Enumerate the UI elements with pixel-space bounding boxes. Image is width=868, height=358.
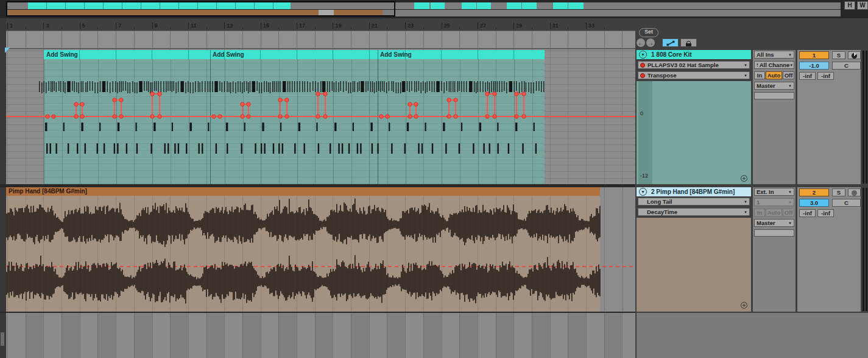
chevron-down-icon: ▼ [788,84,792,88]
track1-solo-button[interactable]: S [832,51,845,59]
track2-input-channel-chooser[interactable]: 1▼ [754,198,794,206]
track2-monitor-auto-button[interactable]: Auto [766,209,782,217]
track2-device-chooser[interactable]: Long Tail ▼ [638,198,750,206]
panel-empty-area [637,313,868,358]
ruler-tick [315,27,316,29]
ruler-tick [206,27,207,29]
track2-pan-field[interactable]: C [832,199,861,207]
track1-name: 1 808 Core Kit [651,51,692,58]
track1-volume-field[interactable]: -1.0 [799,62,829,70]
track2-header[interactable]: ▼ 2 Pimp Hand [84BPM G#min] [637,187,751,196]
device-on-led[interactable] [640,63,645,68]
overview-clip-segment [431,2,445,9]
empty-lane-area[interactable] [6,313,635,358]
track2-clip-body[interactable] [6,196,600,312]
automation-scale-max: 0 [640,110,643,116]
previous-marker-button[interactable]: ← [637,38,645,47]
beat-time-ruler[interactable]: 13579111315171921232527293133 [0,22,635,30]
optimize-width-button[interactable]: W [857,1,868,10]
ruler-bar-number: 31 [550,23,559,29]
chevron-down-icon: ▼ [788,201,792,204]
automation-led[interactable] [640,73,645,78]
track2-panel-body[interactable] [637,218,751,312]
lock-envelopes-button[interactable] [680,38,697,47]
track2-automation-param: DecayTime [647,209,677,215]
ruler-tick [423,27,424,29]
ruler-tick [387,27,387,29]
track2-device-name: Long Tail [647,198,672,205]
ruler-bar-number: 5 [80,23,85,29]
track2-send-a-field[interactable]: -inf [799,209,816,217]
overview-clip-segment [477,2,491,9]
track1-monitor-auto-button[interactable]: Auto [766,71,782,79]
chevron-down-icon: ▼ [789,63,793,67]
track2-send-b-field[interactable]: -inf [817,209,834,217]
track1-pan-field[interactable]: C [832,62,861,70]
ruler-bar-number: 11 [188,23,197,29]
track1-fold-arrow-icon[interactable]: ▼ [639,51,647,59]
next-marker-button[interactable]: → [646,38,655,47]
draw-automation-mode-button[interactable] [662,38,679,47]
add-automation-lane-button[interactable]: + [741,175,747,182]
overview-clip-segment [462,2,476,9]
track1-clip-body[interactable] [44,59,545,184]
track1-input-type-chooser[interactable]: All Ins▼ [754,51,794,59]
track2-meter [866,188,867,311]
track2-solo-button[interactable]: S [832,188,845,196]
track2-monitor-in-button[interactable]: In [754,209,765,217]
back-to-arrangement-set-button[interactable]: Set [639,28,658,37]
track2-output-channel-box[interactable] [754,229,794,237]
track2-clip-header[interactable]: Pimp Hand [84BPM G#min] [6,187,600,196]
track1-monitor-off-button[interactable]: Off [783,71,794,79]
track2-monitor-off-button[interactable]: Off [783,209,794,217]
arrangement-overview[interactable]: H W [0,0,868,18]
chevron-down-icon: ▼ [744,74,747,77]
track1-output-chooser[interactable]: Master▼ [754,82,794,90]
track1-clip-header[interactable]: Add SwingAdd SwingAdd Swing [44,50,545,59]
chevron-down-icon: ▼ [788,190,792,194]
track2-name: 2 Pimp Hand [84BPM G#min] [651,188,735,195]
track1-monitor-in-button[interactable]: In [754,71,765,79]
scrub-area[interactable] [6,30,635,48]
ruler-bar-number: 33 [586,23,595,29]
track1-header[interactable]: ▼ 1 808 Core Kit [637,50,751,59]
track1-send-b-field[interactable]: -inf [817,72,834,80]
track2-arm-button[interactable] [848,188,861,196]
ruler-bar-number: 23 [405,23,414,29]
midi-arm-icon [852,53,857,59]
ruler-bar-number: 15 [261,23,269,29]
chevron-down-icon: ▼ [788,221,792,225]
track1-device-chooser[interactable]: PLLAPSV3 02 Hat Sample ▼ [638,61,750,69]
track2-lane-background[interactable] [600,187,635,312]
track1-send-a-field[interactable]: -inf [799,72,816,80]
track1-io-section [753,50,796,184]
insert-marker[interactable] [5,48,10,53]
track1-automation-scale [638,81,652,184]
overview-viewport-box[interactable] [6,1,395,16]
track2-fold-arrow-icon[interactable]: ▼ [639,188,647,196]
optimize-height-button[interactable]: H [844,1,855,10]
ruler-bar-number: 13 [224,23,233,29]
automation-scale-min: -12 [640,173,648,179]
ruler-tick [496,27,496,29]
ruler-bar-number: 19 [333,23,341,29]
chevron-down-icon: ▼ [744,210,747,214]
track2-activator-button[interactable]: 2 [799,188,829,196]
track1-input-channel-chooser[interactable]: ⁞ All Channe▼ [754,61,794,69]
add-automation-lane-button[interactable]: + [741,302,747,309]
track1-output-channel-box[interactable] [754,92,794,99]
track2-volume-field[interactable]: 3.0 [799,199,829,207]
ruler-bar-number: 1 [7,23,13,29]
track2-automation-dashed-line[interactable] [6,266,635,267]
midi-channel-icon: ⁞ [757,62,758,68]
track2-output-chooser[interactable]: Master▼ [754,219,794,227]
track1-automation-chooser[interactable]: Transpose ▼ [638,71,750,79]
left-scrollbar-thumb[interactable] [1,332,4,346]
track1-activator-button[interactable]: 1 [799,51,829,59]
track1-arm-button[interactable] [848,51,861,59]
track1-panel-body[interactable] [637,81,751,184]
track1-clip-name: Add Swing [380,51,412,58]
track2-automation-chooser[interactable]: DecayTime ▼ [638,208,750,216]
chevron-down-icon: ▼ [744,200,747,204]
track2-input-type-chooser[interactable]: Ext. In▼ [754,188,794,196]
